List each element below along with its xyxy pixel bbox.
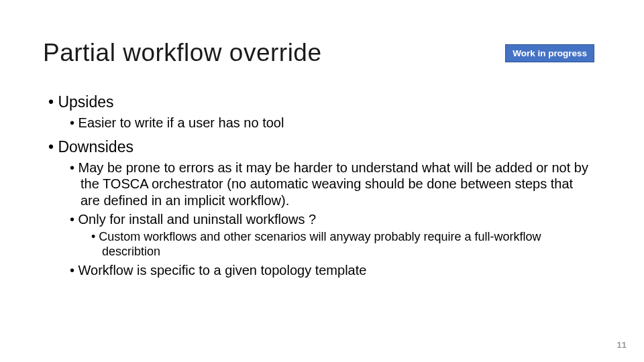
status-badge: Work in progress [505,44,594,62]
slide-content: Upsides Easier to write if a user has no… [0,67,644,279]
upsides-item: Easier to write if a user has no tool [48,115,596,131]
downsides-item: Workflow is specific to a given topology… [48,262,596,278]
upsides-heading: Upsides [48,93,596,112]
slide-header: Partial workflow override Work in progre… [0,0,644,67]
downsides-subitem: Custom workflows and other scenarios wil… [48,230,596,259]
downsides-item: Only for install and uninstall workflows… [48,211,596,227]
slide-title: Partial workflow override [43,39,322,67]
downsides-heading: Downsides [48,137,596,157]
downsides-item: May be prone to errors as it may be hard… [48,160,596,208]
page-number: 11 [617,340,627,350]
